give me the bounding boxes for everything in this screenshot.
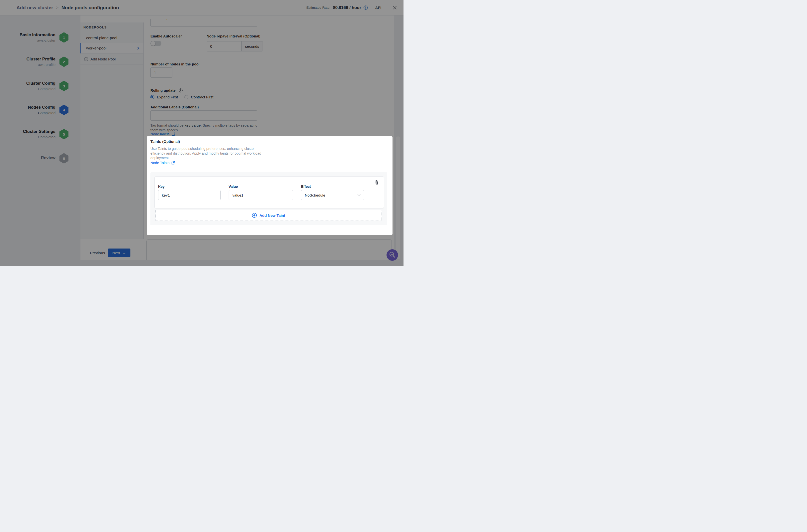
step-subtitle: aws-profile xyxy=(8,62,55,67)
taint-effect-select[interactable]: NoSchedule xyxy=(301,190,364,200)
nodes-count-input[interactable] xyxy=(150,68,172,78)
rolling-update-label: Rolling update xyxy=(150,89,176,92)
step-badge: 1 xyxy=(59,32,69,43)
radio-dot xyxy=(150,95,154,99)
scrollbar[interactable] xyxy=(396,136,400,259)
form-scroll-area[interactable]: worker-pool Enable Autoscaler Node repav… xyxy=(144,19,394,260)
nodepools-panel: NODEPOOLS control-plane-pool worker-pool… xyxy=(80,22,144,239)
close-icon[interactable] xyxy=(393,5,397,10)
magnifier-smile-icon xyxy=(389,251,396,259)
step-subtitle: Completed xyxy=(8,111,55,115)
node-taints-link-label: Node Taints xyxy=(150,161,169,165)
rate-info-icon[interactable] xyxy=(363,5,368,10)
step-cluster-settings[interactable]: Cluster Settings Completed 5 xyxy=(0,129,80,140)
nodepool-item-worker-pool[interactable]: worker-pool xyxy=(80,43,144,54)
add-node-pool-button[interactable]: Add Node Pool xyxy=(80,54,144,65)
taint-effect-label: Effect xyxy=(301,185,311,189)
step-title: Cluster Config xyxy=(8,81,55,86)
nodepool-item-control-plane[interactable]: control-plane-pool xyxy=(80,33,144,43)
api-button[interactable]: API xyxy=(375,6,381,10)
tag-format-help: Tag format should be key:value. Specify … xyxy=(150,123,258,133)
step-badge: 2 xyxy=(59,56,69,67)
stepper-line xyxy=(64,16,64,266)
step-badge: 6 xyxy=(59,153,69,164)
node-labels-link-label: Node labels xyxy=(150,132,170,136)
estimated-rate-value: $0.8166 / hour xyxy=(333,5,361,10)
step-cluster-profile[interactable]: Cluster Profile aws-profile 2 xyxy=(0,56,80,68)
app-header: Add new cluster > Node pools configurati… xyxy=(0,0,404,16)
step-title: Cluster Profile xyxy=(8,57,55,62)
nodepool-item-label: worker-pool xyxy=(86,46,107,51)
next-section-panel xyxy=(146,239,392,260)
radio-contract-first[interactable]: Contract First xyxy=(184,95,213,99)
step-badge: 5 xyxy=(59,129,69,139)
additional-labels-label: Additional Labels (Optional) xyxy=(150,105,199,109)
add-new-taint-label: Add New Taint xyxy=(259,213,285,217)
taint-key-label: Key xyxy=(158,185,165,189)
step-title: Review xyxy=(8,155,55,160)
repave-interval-group: 0 seconds xyxy=(207,41,263,52)
content-area: NODEPOOLS control-plane-pool worker-pool… xyxy=(80,16,394,260)
step-basic-information[interactable]: Basic Information aws-cluster 1 xyxy=(0,32,80,43)
nodepool-item-label: control-plane-pool xyxy=(86,36,117,40)
repave-interval-input[interactable]: 0 xyxy=(207,41,242,51)
node-labels-link[interactable]: Node labels xyxy=(150,132,175,136)
radio-label: Expand First xyxy=(157,95,178,99)
plus-circle-icon xyxy=(252,213,257,218)
nodepool-form: worker-pool Enable Autoscaler Node repav… xyxy=(144,16,394,260)
wizard-stepper: Basic Information aws-cluster 1 Cluster … xyxy=(0,16,80,266)
radio-expand-first[interactable]: Expand First xyxy=(150,95,178,99)
step-title: Cluster Settings xyxy=(8,129,55,134)
previous-button[interactable]: Previous xyxy=(90,249,105,256)
add-new-taint-button[interactable]: Add New Taint xyxy=(155,210,382,221)
taints-description: Use Taints to guide pod scheduling prefe… xyxy=(150,146,268,160)
toggle-knob xyxy=(151,41,155,46)
step-subtitle: aws-cluster xyxy=(8,38,55,43)
add-node-pool-label: Add Node Pool xyxy=(91,57,116,61)
step-cluster-config[interactable]: Cluster Config Completed 3 xyxy=(0,80,80,92)
plus-circle-icon xyxy=(84,57,88,61)
step-nodes-config[interactable]: Nodes Config Completed 4 xyxy=(0,104,80,116)
autoscaler-toggle[interactable] xyxy=(150,41,162,46)
chevron-down-icon xyxy=(357,194,361,196)
external-link-icon xyxy=(171,161,175,165)
taints-panel: Key Value Effect NoSchedule Add New Tain… xyxy=(150,172,387,225)
pool-name-input[interactable]: worker-pool xyxy=(150,19,257,27)
step-subtitle: Completed xyxy=(8,87,55,91)
step-subtitle: Completed xyxy=(8,135,55,140)
arrow-right-icon: → xyxy=(122,251,126,255)
estimated-rate-label: Estimated Rate: xyxy=(306,6,330,10)
pool-name-value: worker-pool xyxy=(154,19,173,20)
repave-interval-unit: seconds xyxy=(242,41,263,51)
taint-value-input[interactable] xyxy=(229,190,293,200)
autoscaler-label: Enable Autoscaler xyxy=(150,34,182,38)
taint-effect-value: NoSchedule xyxy=(305,193,325,197)
node-taints-link[interactable]: Node Taints xyxy=(150,161,175,165)
help-search-button[interactable] xyxy=(387,249,398,261)
nodepools-header: NODEPOOLS xyxy=(80,22,144,33)
step-review[interactable]: Review 6 xyxy=(0,153,80,164)
step-badge: 3 xyxy=(59,81,69,91)
rolling-update-info-icon[interactable] xyxy=(179,89,183,92)
step-badge: 4 xyxy=(59,104,69,115)
repave-interval-label: Node repave interval (Optional) xyxy=(207,34,260,38)
header-actions: Estimated Rate: $0.8166 / hour API xyxy=(306,4,397,11)
page-title: Node pools configuration xyxy=(61,5,119,11)
taint-key-input[interactable] xyxy=(158,190,221,200)
delete-taint-icon[interactable] xyxy=(375,180,379,186)
breadcrumb-parent-link[interactable]: Add new cluster xyxy=(17,5,53,11)
taint-row: Key Value Effect NoSchedule xyxy=(154,176,384,208)
external-link-icon xyxy=(172,132,175,136)
next-button-label: Next xyxy=(112,251,120,255)
radio-dot xyxy=(184,95,188,99)
additional-labels-input[interactable] xyxy=(150,110,257,121)
taint-value-label: Value xyxy=(229,185,238,189)
taints-section-title: Taints (Optional) xyxy=(150,139,180,144)
chevron-right-icon xyxy=(137,47,140,50)
nodes-count-label: Number of nodes in the pool xyxy=(150,62,200,66)
breadcrumb-separator: > xyxy=(56,5,58,10)
breadcrumb: Add new cluster > Node pools configurati… xyxy=(17,5,119,11)
step-title: Nodes Config xyxy=(8,105,55,110)
next-button[interactable]: Next → xyxy=(108,248,130,257)
rolling-update-options: Expand First Contract First xyxy=(150,95,213,99)
